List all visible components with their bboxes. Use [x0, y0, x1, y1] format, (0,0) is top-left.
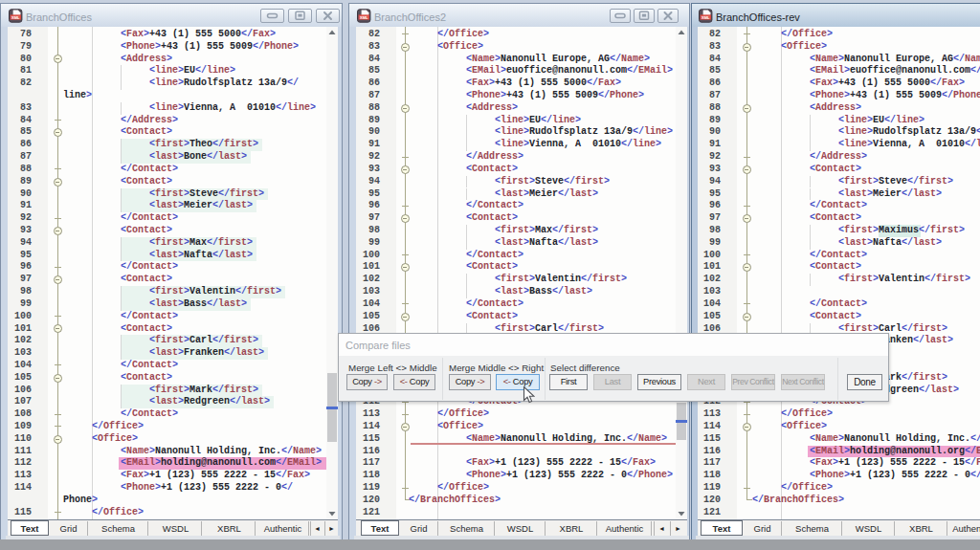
svg-text:XML: XML [360, 15, 368, 20]
svg-text:XML: XML [11, 15, 20, 20]
svg-text:XML: XML [702, 15, 710, 20]
